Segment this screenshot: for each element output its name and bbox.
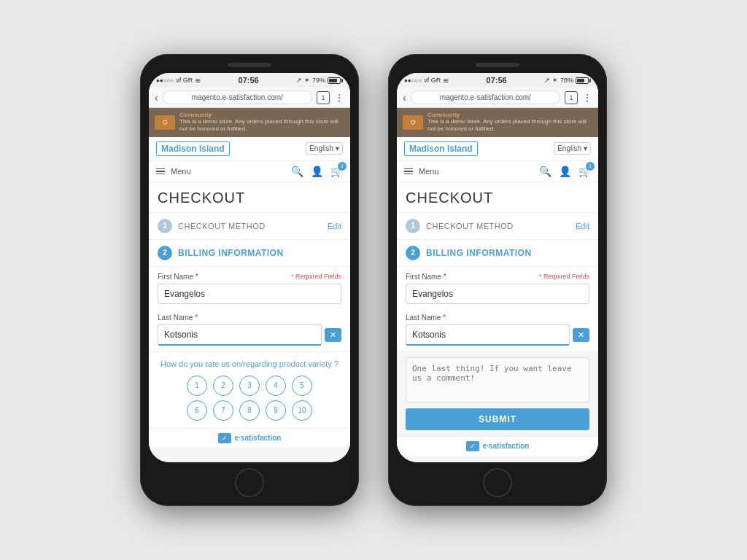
survey-topic-1: product variety (279, 359, 332, 368)
step2-label-1: BILLING INFORMATION (178, 248, 284, 258)
clear-button-2[interactable]: ✕ (573, 328, 589, 342)
language-selector-2[interactable]: English ▾ (554, 142, 591, 155)
step1-left-2: 1 CHECKOUT METHOD (406, 219, 514, 233)
tabs-button-1[interactable]: 1 (317, 91, 330, 104)
step1-edit-1[interactable]: Edit (328, 222, 341, 230)
rating-9-1[interactable]: 9 (266, 400, 286, 421)
step1-label-1: CHECKOUT METHOD (178, 222, 266, 230)
comment-input-2[interactable] (412, 364, 583, 393)
esat-logo-1: ✓ (218, 433, 231, 443)
step1-row-2: 1 CHECKOUT METHOD Edit (397, 213, 598, 240)
site-logo-2[interactable]: Madison Island (404, 141, 478, 156)
step1-row-1: 1 CHECKOUT METHOD Edit (149, 213, 350, 240)
cart-icon-1[interactable]: 🛒 1 (330, 166, 343, 177)
esat-logo-2: ✓ (466, 441, 479, 451)
status-left-1: ●●○○○ vf GR ≋ (156, 77, 201, 85)
phone-screen-2: ●●○○○ vf GR ≋ 07:56 ↗ ✴ 78% ‹ (397, 73, 598, 462)
back-button-1[interactable]: ‹ (155, 92, 158, 104)
arrow-2: ↗ (544, 77, 550, 84)
step2-number-1: 2 (158, 246, 172, 260)
clear-button-1[interactable]: ✕ (325, 328, 341, 342)
required-note-2: * Required Fields (539, 273, 589, 280)
browser-menu-1[interactable]: ⋮ (334, 92, 344, 104)
rating-2-1[interactable]: 2 (213, 376, 233, 396)
nav-icons-2: 🔍 👤 🛒 1 (539, 166, 591, 177)
last-name-input-2[interactable] (406, 324, 570, 346)
battery-2 (576, 77, 591, 84)
esat-brand-1: e·satisfaction (235, 434, 282, 442)
step1-number-2: 1 (406, 219, 420, 233)
phone-screen-1: ●●○○○ vf GR ≋ 07:56 ↗ ✴ 79% ‹ (149, 73, 350, 462)
esat-check-icon-1: ✓ (222, 435, 228, 442)
first-name-label-1: First Name * (158, 273, 198, 281)
page-title-1: CHECKOUT (149, 182, 350, 213)
menu-label-2[interactable]: Menu (419, 167, 439, 176)
search-icon-2[interactable]: 🔍 (539, 166, 551, 177)
step2-label-2: BILLING INFORMATION (426, 248, 532, 258)
back-button-2[interactable]: ‹ (403, 92, 406, 104)
scene: ●●○○○ vf GR ≋ 07:56 ↗ ✴ 79% ‹ (125, 39, 622, 521)
step2-left-2: 2 BILLING INFORMATION (406, 246, 532, 260)
hamburger-icon-1[interactable] (156, 168, 165, 175)
phone-home-button-1[interactable] (235, 468, 264, 497)
url-bar-2[interactable]: magento.e-satisfaction.com/ (411, 90, 560, 104)
status-left-2: ●●○○○ vf GR ≋ (404, 77, 449, 85)
content-2: CHECKOUT 1 CHECKOUT METHOD Edit 2 BILLIN… (397, 182, 598, 462)
submit-button-2[interactable]: SUBMIT (406, 408, 589, 430)
magento-logo-1: ⬡ (155, 115, 175, 130)
status-right-1: ↗ ✴ 79% (296, 77, 343, 84)
rating-6-1[interactable]: 6 (187, 400, 207, 421)
search-icon-1[interactable]: 🔍 (291, 166, 303, 177)
page-title-2: CHECKOUT (397, 182, 598, 213)
hamburger-icon-2[interactable] (404, 168, 413, 175)
last-name-input-1[interactable] (158, 324, 322, 346)
survey-question-1: How do you rate us on/regarding product … (158, 359, 341, 368)
url-bar-1[interactable]: magento.e-satisfaction.com/ (163, 90, 312, 104)
phone-speaker-1 (228, 63, 271, 67)
rating-8-1[interactable]: 8 (239, 400, 260, 421)
esatisfaction-footer-2: ✓ e·satisfaction (397, 436, 598, 456)
cart-badge-1: 1 (338, 162, 347, 171)
menu-label-1[interactable]: Menu (171, 167, 191, 176)
language-selector-1[interactable]: English ▾ (306, 142, 343, 155)
cart-badge-2: 1 (586, 162, 595, 171)
phone-home-button-2[interactable] (483, 468, 512, 497)
signal-1: ●●○○○ (156, 77, 174, 84)
step1-edit-2[interactable]: Edit (576, 222, 589, 230)
rating-grid-1: 1 2 3 4 5 6 7 8 9 10 (158, 376, 341, 421)
time-2: 07:56 (487, 76, 507, 85)
required-note-1: * Required Fields (291, 273, 341, 280)
rating-3-1[interactable]: 3 (239, 376, 260, 396)
status-right-2: ↗ ✴ 78% (544, 77, 591, 84)
site-header-2: Madison Island English ▾ (397, 137, 598, 161)
status-bar-2: ●●○○○ vf GR ≋ 07:56 ↗ ✴ 78% (397, 73, 598, 88)
bluetooth-1: ✴ (304, 77, 310, 84)
chevron-down-icon-1: ▾ (336, 144, 339, 152)
cart-icon-2[interactable]: 🛒 1 (578, 166, 591, 177)
rating-5-1[interactable]: 5 (292, 376, 312, 396)
community-label-1: Community (179, 112, 344, 118)
bluetooth-2: ✴ (552, 77, 558, 84)
rating-1-1[interactable]: 1 (187, 376, 207, 396)
rating-10-1[interactable]: 10 (292, 400, 312, 421)
esatisfaction-footer-1: ✓ e·satisfaction (149, 428, 350, 448)
rating-7-1[interactable]: 7 (213, 400, 233, 421)
esat-check-icon-2: ✓ (470, 443, 476, 450)
tabs-button-2[interactable]: 1 (565, 91, 578, 104)
account-icon-2[interactable]: 👤 (559, 166, 571, 177)
battery-percent-2: 78% (560, 77, 573, 84)
first-name-input-2[interactable] (406, 284, 589, 304)
browser-menu-2[interactable]: ⋮ (582, 92, 592, 104)
carrier-1: vf GR (176, 77, 193, 84)
demo-text-2: This is a demo store. Any orders placed … (427, 118, 592, 133)
chevron-down-icon-2: ▾ (584, 144, 587, 152)
step2-row-1: 2 BILLING INFORMATION (149, 240, 350, 267)
step1-label-2: CHECKOUT METHOD (426, 222, 514, 230)
rating-4-1[interactable]: 4 (266, 376, 286, 396)
signal-2: ●●○○○ (404, 77, 422, 84)
site-logo-1[interactable]: Madison Island (156, 141, 230, 156)
first-name-input-1[interactable] (158, 284, 341, 304)
step2-row-2: 2 BILLING INFORMATION (397, 240, 598, 267)
account-icon-1[interactable]: 👤 (311, 166, 323, 177)
phone-speaker-2 (476, 63, 519, 67)
